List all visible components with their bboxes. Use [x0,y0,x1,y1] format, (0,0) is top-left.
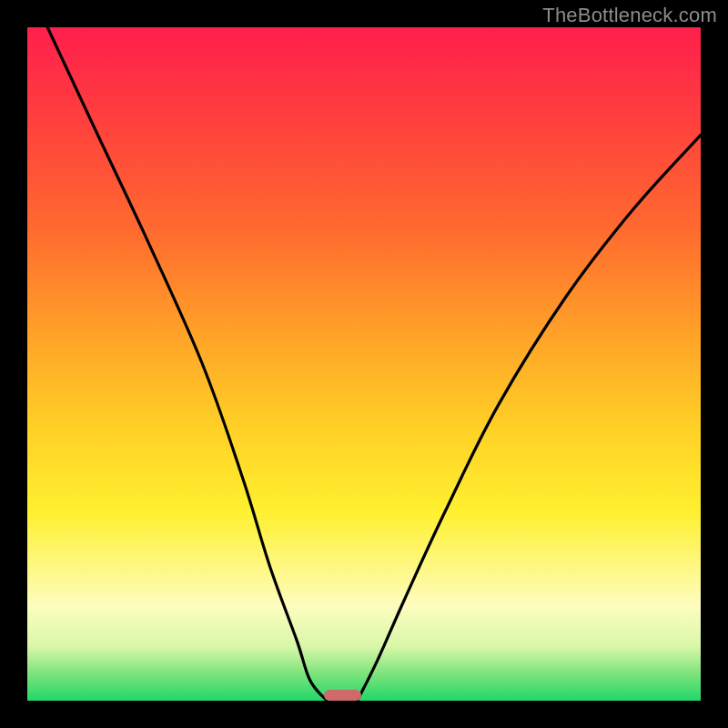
plot-area [27,27,701,701]
curve-right [358,135,701,701]
watermark-text: TheBottleneck.com [542,4,717,27]
curve-left [47,27,327,701]
bottleneck-marker [324,690,361,701]
curve-layer [27,27,701,701]
chart-frame: TheBottleneck.com [0,0,728,728]
